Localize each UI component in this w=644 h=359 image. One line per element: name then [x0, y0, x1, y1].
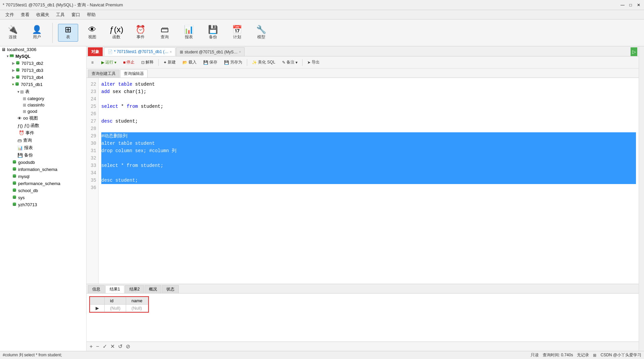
close-button[interactable]: ✕ [636, 2, 641, 8]
sidebar-item-备份[interactable]: 💾备份 [0, 151, 86, 159]
sidebar-item-good[interactable]: ⊞good [0, 108, 86, 115]
sidebar-item-70713_db3[interactable]: ▶70713_db3 [0, 67, 86, 74]
toolbar-btn-report[interactable]: 📊报表 [179, 24, 199, 41]
sidebar-item-information_schema[interactable]: information_schema [0, 166, 86, 173]
refresh-button[interactable]: ↺ [117, 343, 123, 350]
student-tab-close[interactable]: × [239, 50, 241, 54]
sidebar-item-ƒ()_函数[interactable]: ƒ()ƒ() 函数 [0, 122, 86, 129]
sidebar-item-localhost_3306[interactable]: 🖥localhost_3306 [0, 46, 86, 53]
sidebar-item-goodsdb[interactable]: goodsdb [0, 159, 86, 166]
schedule-label: 计划 [233, 34, 241, 40]
svg-point-19 [13, 169, 16, 171]
sidebar-item-MySQL[interactable]: ▾MySQL [0, 53, 86, 60]
query-tab-查询创建工具[interactable]: 查询创建工具 [88, 70, 119, 78]
query-tab-查询编辑器[interactable]: 查询编辑器 [120, 70, 148, 78]
result-tab-结果2[interactable]: 结果2 [125, 285, 144, 293]
result-table: id name ▶ (Null) (Null) [90, 297, 148, 312]
run-btn[interactable]: ▶运行▾ [99, 58, 119, 66]
table-icon: ⊞ [65, 26, 71, 34]
table-icon: ⊞ [23, 96, 26, 101]
save-btn[interactable]: 💾保存 [201, 58, 220, 66]
sidebar-item-yzh70713[interactable]: yzh70713 [0, 201, 86, 208]
sidebar-item-查询[interactable]: 🗃查询 [0, 137, 86, 144]
code-content[interactable]: alter table studentadd sex char(1); sele… [99, 78, 639, 284]
toolbar-btn-func[interactable]: ƒ(x)函数 [106, 24, 126, 41]
tablegroup-icon: ⊞ [20, 89, 24, 94]
status-grid-icon: ⊞ [593, 353, 596, 358]
sidebar-item-mysql[interactable]: mysql [0, 173, 86, 180]
sidebar-item-报表[interactable]: 📊报表 [0, 144, 86, 151]
right-scrollbar[interactable] [639, 46, 644, 351]
sidebar-item-classinfo[interactable]: ⊞classinfo [0, 102, 86, 108]
sidebar-item-表[interactable]: ▾⊞表 [0, 88, 86, 95]
sidebar-item-70713_db2[interactable]: ▶70713_db2 [0, 60, 86, 67]
tab-bar-action-icon[interactable]: ▷ [631, 47, 637, 56]
minimize-button[interactable]: — [620, 2, 625, 8]
toolbar-btn-schedule[interactable]: 📅计划 [227, 24, 247, 41]
sidebar-item-sys[interactable]: sys [0, 194, 86, 201]
result-tab-信息[interactable]: 信息 [88, 285, 105, 293]
toolbar-btn-model[interactable]: 🔧模型 [251, 24, 271, 41]
sidebar-item-70713_db4[interactable]: ▶70713_db4 [0, 74, 86, 81]
window-title: * 70715test1 @70715_db1 (MySQL) - 查询 - N… [3, 2, 123, 8]
maximize-button[interactable]: □ [628, 2, 633, 8]
line-num-32: 32 [89, 154, 96, 162]
sidebar-item-category[interactable]: ⊞category [0, 95, 86, 102]
toolbar-btn-query[interactable]: 🗃查询 [155, 24, 175, 41]
toolbar-btn-user[interactable]: 👤用户 [27, 24, 47, 41]
menu-item-收藏夹[interactable]: 收藏夹 [34, 11, 52, 18]
db-icon [12, 195, 17, 200]
add-row-button[interactable]: + [89, 344, 94, 350]
toolbar-btn-event[interactable]: ⏰事件 [130, 24, 151, 41]
export-btn[interactable]: ➤导出 [305, 58, 322, 66]
run-btn-label: 运行 [105, 59, 113, 65]
beautify-btn[interactable]: ✨美化 SQL [249, 58, 278, 66]
menu-item-查看[interactable]: 查看 [18, 11, 32, 18]
sidebar-item-oo_视图[interactable]: 👁oo 视图 [0, 115, 86, 122]
result-tab-概况[interactable]: 概况 [145, 285, 161, 293]
remark-btn[interactable]: ✎备注▾ [279, 58, 300, 66]
tab-query1[interactable]: 📄* 70715test1 @70715_db1 (…× [104, 47, 175, 56]
tab-object[interactable]: 对象 [88, 47, 103, 56]
result-tab-状态[interactable]: 状态 [162, 285, 179, 293]
clear-button[interactable]: ⊘ [125, 343, 131, 350]
load-btn[interactable]: 📂载入 [180, 58, 199, 66]
view-icon: 👁 [17, 116, 22, 121]
toolbar-btn-view[interactable]: 👁视图 [82, 24, 102, 41]
status-bar: #column 列 select * from student; 只读 查询时间… [0, 351, 644, 359]
menu-item-窗口[interactable]: 窗口 [69, 11, 83, 18]
table-label: 表 [66, 34, 70, 40]
confirm-button[interactable]: ✓ [102, 343, 108, 350]
menu-item-帮助[interactable]: 帮助 [84, 11, 98, 18]
sidebar-item-performance_schema[interactable]: performance_schema [0, 180, 86, 187]
saveas-btn[interactable]: 💾另存为 [221, 58, 245, 66]
backup-label: 备份 [209, 34, 217, 40]
delete-row-button[interactable]: − [95, 344, 100, 350]
stop-btn[interactable]: ■停止 [120, 58, 137, 66]
sidebar-label: ƒ() 函数 [24, 123, 40, 129]
sidebar-item-70715_db1[interactable]: ▾70715_db1 [0, 81, 86, 88]
col-header-id: id [105, 297, 126, 305]
toolbar-btn-table[interactable]: ⊞表 [58, 24, 78, 42]
toolbar-btn-backup[interactable]: 💾备份 [203, 24, 223, 41]
query1-tab-close[interactable]: × [170, 50, 172, 54]
menu-item-文件[interactable]: 文件 [3, 11, 17, 18]
explain-btn[interactable]: ⊡解释 [139, 58, 156, 66]
menu-toggle[interactable]: ≡ [89, 59, 97, 66]
student-tab-icon: ⊞ [180, 50, 183, 54]
code-editor[interactable]: 222324252627282930313233343536 alter tab… [87, 78, 639, 284]
content-area: 对象📄* 70715test1 @70715_db1 (…×⊞student @… [87, 46, 639, 351]
code-line-24 [101, 95, 636, 103]
menu-item-工具[interactable]: 工具 [53, 11, 67, 18]
status-query-time: 查询时间: 0.740s [543, 352, 573, 358]
cancel-edit-button[interactable]: ✕ [109, 343, 116, 350]
sidebar-item-school_db[interactable]: school_db [0, 187, 86, 194]
new-btn[interactable]: ✦新建 [161, 58, 178, 66]
code-line-23: add sex char(1); [101, 88, 636, 95]
result-tab-结果1[interactable]: 结果1 [105, 285, 124, 293]
title-bar: * 70715test1 @70715_db1 (MySQL) - 查询 - N… [0, 0, 644, 10]
sidebar-item-⏰_事件[interactable]: ⏰ 事件 [0, 129, 86, 137]
tab-student[interactable]: ⊞student @70715_db1 (MyS…× [176, 47, 245, 56]
toolbar-btn-connect[interactable]: 🔌连接 [3, 24, 23, 41]
line-num-34: 34 [89, 169, 96, 177]
